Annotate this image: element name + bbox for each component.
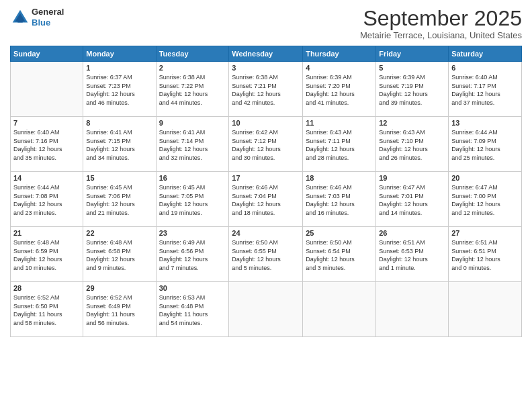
svg-rect-2: [17, 17, 23, 23]
day-number: 20: [451, 174, 519, 182]
day-info: Sunrise: 6:41 AMSunset: 7:14 PMDaylight:…: [159, 128, 226, 162]
day-number: 18: [306, 174, 373, 182]
day-number: 30: [159, 284, 226, 292]
day-number: 21: [13, 229, 80, 237]
location: Metairie Terrace, Louisiana, United Stat…: [360, 30, 522, 40]
day-info: Sunrise: 6:48 AMSunset: 6:59 PMDaylight:…: [13, 238, 80, 272]
day-number: 10: [232, 119, 300, 127]
day-info: Sunrise: 6:43 AMSunset: 7:11 PMDaylight:…: [306, 128, 373, 162]
day-cell: [229, 282, 303, 337]
day-info: Sunrise: 6:45 AMSunset: 7:06 PMDaylight:…: [86, 183, 152, 217]
day-number: 17: [232, 174, 300, 182]
day-cell: 1Sunrise: 6:37 AMSunset: 7:23 PMDaylight…: [83, 62, 156, 117]
day-number: 25: [306, 229, 373, 237]
day-number: 29: [86, 284, 152, 292]
col-header-saturday: Saturday: [449, 46, 522, 62]
day-cell: 16Sunrise: 6:45 AMSunset: 7:05 PMDayligh…: [156, 172, 229, 227]
day-cell: 18Sunrise: 6:46 AMSunset: 7:03 PMDayligh…: [303, 172, 376, 227]
day-number: 15: [86, 174, 152, 182]
day-cell: 19Sunrise: 6:47 AMSunset: 7:01 PMDayligh…: [376, 172, 449, 227]
day-cell: 23Sunrise: 6:49 AMSunset: 6:56 PMDayligh…: [156, 227, 229, 282]
day-cell: [376, 282, 449, 337]
day-number: 5: [379, 64, 445, 72]
day-number: 26: [379, 229, 445, 237]
calendar-table: SundayMondayTuesdayWednesdayThursdayFrid…: [10, 46, 522, 337]
col-header-wednesday: Wednesday: [229, 46, 303, 62]
day-cell: 13Sunrise: 6:44 AMSunset: 7:09 PMDayligh…: [449, 117, 522, 172]
day-info: Sunrise: 6:49 AMSunset: 6:56 PMDaylight:…: [159, 238, 226, 272]
page: General Blue September 2025 Metairie Ter…: [0, 0, 532, 411]
day-info: Sunrise: 6:39 AMSunset: 7:20 PMDaylight:…: [306, 73, 373, 107]
day-info: Sunrise: 6:40 AMSunset: 7:17 PMDaylight:…: [451, 73, 519, 107]
day-number: 6: [451, 64, 519, 72]
day-cell: 7Sunrise: 6:40 AMSunset: 7:16 PMDaylight…: [11, 117, 83, 172]
day-info: Sunrise: 6:41 AMSunset: 7:15 PMDaylight:…: [86, 128, 152, 162]
day-info: Sunrise: 6:38 AMSunset: 7:21 PMDaylight:…: [232, 73, 300, 107]
day-info: Sunrise: 6:38 AMSunset: 7:22 PMDaylight:…: [159, 73, 226, 107]
day-number: 9: [159, 119, 226, 127]
day-number: 28: [13, 284, 80, 292]
day-cell: 5Sunrise: 6:39 AMSunset: 7:19 PMDaylight…: [376, 62, 449, 117]
day-info: Sunrise: 6:50 AMSunset: 6:55 PMDaylight:…: [232, 238, 300, 272]
day-number: 2: [159, 64, 226, 72]
day-cell: [303, 282, 376, 337]
logo-icon: [10, 7, 30, 28]
logo-blue: Blue: [32, 17, 64, 28]
day-cell: 3Sunrise: 6:38 AMSunset: 7:21 PMDaylight…: [229, 62, 303, 117]
day-info: Sunrise: 6:53 AMSunset: 6:48 PMDaylight:…: [159, 293, 226, 327]
week-row-5: 28Sunrise: 6:52 AMSunset: 6:50 PMDayligh…: [11, 282, 522, 337]
week-row-4: 21Sunrise: 6:48 AMSunset: 6:59 PMDayligh…: [11, 227, 522, 282]
day-cell: 15Sunrise: 6:45 AMSunset: 7:06 PMDayligh…: [83, 172, 156, 227]
day-number: 22: [86, 229, 152, 237]
day-info: Sunrise: 6:52 AMSunset: 6:49 PMDaylight:…: [86, 293, 152, 327]
day-info: Sunrise: 6:52 AMSunset: 6:50 PMDaylight:…: [13, 293, 80, 327]
day-cell: 21Sunrise: 6:48 AMSunset: 6:59 PMDayligh…: [11, 227, 83, 282]
day-cell: 2Sunrise: 6:38 AMSunset: 7:22 PMDaylight…: [156, 62, 229, 117]
day-cell: 29Sunrise: 6:52 AMSunset: 6:49 PMDayligh…: [83, 282, 156, 337]
day-number: 12: [379, 119, 445, 127]
day-cell: 24Sunrise: 6:50 AMSunset: 6:55 PMDayligh…: [229, 227, 303, 282]
day-number: 3: [232, 64, 300, 72]
day-number: 23: [159, 229, 226, 237]
header: General Blue September 2025 Metairie Ter…: [10, 7, 522, 40]
day-info: Sunrise: 6:39 AMSunset: 7:19 PMDaylight:…: [379, 73, 445, 107]
day-cell: 6Sunrise: 6:40 AMSunset: 7:17 PMDaylight…: [449, 62, 522, 117]
day-number: 14: [13, 174, 80, 182]
day-cell: [11, 62, 83, 117]
calendar-header-row: SundayMondayTuesdayWednesdayThursdayFrid…: [11, 46, 522, 62]
col-header-sunday: Sunday: [11, 46, 83, 62]
day-info: Sunrise: 6:40 AMSunset: 7:16 PMDaylight:…: [13, 128, 80, 162]
day-info: Sunrise: 6:42 AMSunset: 7:12 PMDaylight:…: [232, 128, 300, 162]
logo: General Blue: [10, 7, 64, 28]
day-number: 16: [159, 174, 226, 182]
day-cell: [449, 282, 522, 337]
month-title: September 2025: [360, 7, 522, 30]
day-cell: 14Sunrise: 6:44 AMSunset: 7:08 PMDayligh…: [11, 172, 83, 227]
day-info: Sunrise: 6:45 AMSunset: 7:05 PMDaylight:…: [159, 183, 226, 217]
day-number: 11: [306, 119, 373, 127]
day-cell: 17Sunrise: 6:46 AMSunset: 7:04 PMDayligh…: [229, 172, 303, 227]
day-number: 13: [451, 119, 519, 127]
day-number: 4: [306, 64, 373, 72]
col-header-thursday: Thursday: [303, 46, 376, 62]
week-row-3: 14Sunrise: 6:44 AMSunset: 7:08 PMDayligh…: [11, 172, 522, 227]
day-info: Sunrise: 6:50 AMSunset: 6:54 PMDaylight:…: [306, 238, 373, 272]
day-number: 27: [451, 229, 519, 237]
day-cell: 27Sunrise: 6:51 AMSunset: 6:51 PMDayligh…: [449, 227, 522, 282]
day-info: Sunrise: 6:44 AMSunset: 7:08 PMDaylight:…: [13, 183, 80, 217]
day-info: Sunrise: 6:43 AMSunset: 7:10 PMDaylight:…: [379, 128, 445, 162]
day-cell: 10Sunrise: 6:42 AMSunset: 7:12 PMDayligh…: [229, 117, 303, 172]
logo-general: General: [32, 7, 64, 17]
day-info: Sunrise: 6:46 AMSunset: 7:04 PMDaylight:…: [232, 183, 300, 217]
day-cell: 20Sunrise: 6:47 AMSunset: 7:00 PMDayligh…: [449, 172, 522, 227]
day-number: 19: [379, 174, 445, 182]
day-info: Sunrise: 6:37 AMSunset: 7:23 PMDaylight:…: [86, 73, 152, 107]
title-block: September 2025 Metairie Terrace, Louisia…: [360, 7, 522, 40]
day-cell: 28Sunrise: 6:52 AMSunset: 6:50 PMDayligh…: [11, 282, 83, 337]
week-row-1: 1Sunrise: 6:37 AMSunset: 7:23 PMDaylight…: [11, 62, 522, 117]
day-cell: 25Sunrise: 6:50 AMSunset: 6:54 PMDayligh…: [303, 227, 376, 282]
day-cell: 22Sunrise: 6:48 AMSunset: 6:58 PMDayligh…: [83, 227, 156, 282]
day-info: Sunrise: 6:51 AMSunset: 6:53 PMDaylight:…: [379, 238, 445, 272]
day-number: 8: [86, 119, 152, 127]
day-cell: 9Sunrise: 6:41 AMSunset: 7:14 PMDaylight…: [156, 117, 229, 172]
